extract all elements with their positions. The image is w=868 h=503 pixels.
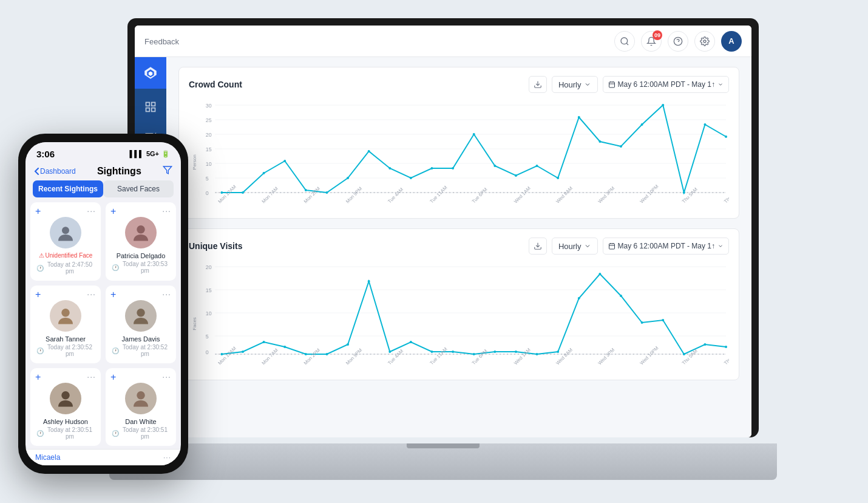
svg-text:Wed 1AM: Wed 1AM: [513, 347, 532, 366]
svg-point-114: [704, 343, 706, 346]
laptop-screen-border: Feedback 09: [127, 18, 759, 437]
sidebar-logo[interactable]: [135, 57, 166, 89]
sighting-name-1: Patricia Delgado: [117, 252, 166, 259]
svg-text:25: 25: [206, 117, 212, 123]
svg-text:Thu 12PM: Thu 12PM: [723, 185, 729, 204]
svg-text:20: 20: [206, 132, 212, 138]
chart2-download-button[interactable]: [529, 238, 547, 255]
more-button-unidentified[interactable]: ···: [87, 206, 96, 216]
avatar-sarah: [50, 300, 81, 332]
sighting-card-patricia[interactable]: + ··· Patricia Delgado 🕐 Today at 2:30:5…: [106, 202, 176, 281]
add-button-patricia[interactable]: +: [110, 206, 116, 217]
tab-saved-faces[interactable]: Saved Faces: [103, 180, 174, 197]
phone-tabs: Recent Sightings Saved Faces: [33, 180, 174, 197]
svg-text:Mon 12AM: Mon 12AM: [217, 184, 237, 205]
add-button-dan[interactable]: +: [110, 372, 116, 383]
more-button-sarah[interactable]: ···: [87, 289, 96, 299]
svg-point-98: [368, 280, 370, 282]
chart1-header: Crowd Count Hourly: [189, 76, 729, 93]
svg-point-101: [431, 351, 433, 353]
svg-point-2: [704, 40, 706, 43]
unique-visits-chart: Unique Visits Hourly: [178, 228, 739, 380]
sighting-name-3: James Davis: [122, 335, 160, 343]
svg-point-45: [410, 177, 412, 179]
svg-point-40: [305, 189, 307, 191]
phone-screen-title: Sightings: [76, 166, 163, 177]
svg-text:Tue 11AM: Tue 11AM: [429, 185, 449, 204]
more-button-james[interactable]: ···: [162, 289, 171, 299]
settings-button[interactable]: [694, 31, 715, 52]
phone-back-button[interactable]: Dashboard: [34, 167, 76, 176]
svg-text:Thu 12PM: Thu 12PM: [723, 346, 729, 366]
svg-point-59: [704, 123, 706, 126]
sighting-time-2: 🕐 Today at 2:30:52 pm: [36, 344, 95, 357]
sighting-card-ashley[interactable]: + ··· Ashley Hudson 🕐 Today at 2:30:51 p…: [30, 368, 101, 446]
sightings-list: + ··· ⚠ Unidentified Face 🕐 Today at 2:4…: [25, 202, 181, 449]
sighting-card-sarah[interactable]: + ··· Sarah Tanner 🕐 Today at 2:30:52 pm: [30, 286, 101, 363]
help-button[interactable]: [668, 31, 688, 52]
svg-point-41: [325, 191, 328, 194]
add-button-sarah[interactable]: +: [35, 289, 41, 300]
sighting-card-dan[interactable]: + ··· Dan White 🕐 Today at 2:30:51 pm: [106, 368, 176, 446]
more-button-ashley[interactable]: ···: [87, 372, 96, 382]
svg-text:Tue 6PM: Tue 6PM: [471, 186, 489, 204]
svg-point-112: [662, 319, 664, 321]
filter-icon[interactable]: [163, 165, 172, 177]
more-button-patricia[interactable]: ···: [162, 206, 171, 216]
unidentified-name: Unidentified Face: [46, 252, 93, 259]
svg-point-135: [137, 391, 145, 400]
svg-text:Mon 9PM: Mon 9PM: [345, 347, 363, 366]
svg-point-109: [598, 273, 601, 275]
phone: 3:06 ▌▌▌ 5G+ 🔋 Dashboard Sightings Recen…: [18, 134, 188, 474]
svg-rect-5: [146, 108, 150, 112]
tab-recent-sightings[interactable]: Recent Sightings: [33, 180, 103, 197]
svg-text:Tue 11AM: Tue 11AM: [429, 346, 449, 366]
laptop: Feedback 09: [127, 18, 771, 480]
phone-status-bar: 3:06 ▌▌▌ 5G+ 🔋: [25, 142, 181, 162]
phone-time: 3:06: [36, 149, 55, 159]
chart1-date-range[interactable]: May 6 12:00AM PDT - May 1↑: [603, 76, 730, 93]
bottom-item-more[interactable]: ···: [163, 453, 171, 462]
chart2-controls: Hourly May 6 12:00AM PDT - May 1↑: [529, 238, 729, 255]
feedback-link[interactable]: Feedback: [144, 37, 179, 46]
svg-point-43: [368, 150, 370, 152]
svg-text:15: 15: [206, 146, 212, 152]
svg-text:Wed 8AM: Wed 8AM: [555, 185, 574, 204]
top-bar-left: Feedback: [144, 36, 614, 47]
phone-status-icons: ▌▌▌ 5G+ 🔋: [130, 150, 171, 158]
svg-text:0: 0: [206, 190, 209, 196]
svg-point-39: [283, 160, 286, 162]
chart2-header: Unique Visits Hourly: [189, 238, 729, 255]
svg-text:Wed 1AM: Wed 1AM: [513, 185, 532, 204]
chart1-interval-dropdown[interactable]: Hourly: [552, 76, 598, 93]
svg-text:Mon 7AM: Mon 7AM: [261, 347, 279, 366]
svg-point-107: [557, 351, 559, 353]
svg-text:Mon 2PM: Mon 2PM: [303, 347, 321, 366]
svg-point-36: [220, 191, 223, 194]
user-avatar-button[interactable]: A: [721, 31, 742, 52]
svg-point-0: [621, 38, 628, 44]
add-button-unidentified[interactable]: +: [35, 206, 41, 217]
sighting-card-unidentified[interactable]: + ··· ⚠ Unidentified Face 🕐 Today at 2:4…: [30, 202, 101, 281]
add-button-james[interactable]: +: [110, 289, 116, 300]
chart2-date-range[interactable]: May 6 12:00AM PDT - May 1↑: [603, 238, 730, 255]
chart2-interval-dropdown[interactable]: Hourly: [552, 238, 598, 255]
notifications-button[interactable]: 09: [641, 31, 662, 52]
sidebar-item-dashboard[interactable]: [137, 94, 164, 120]
svg-point-134: [61, 391, 70, 400]
svg-point-111: [641, 321, 643, 324]
add-button-ashley[interactable]: +: [35, 372, 41, 383]
svg-point-102: [452, 351, 454, 353]
svg-point-132: [61, 309, 70, 317]
phone-bottom-item[interactable]: Micaela ···: [25, 449, 181, 465]
svg-point-96: [325, 353, 328, 355]
chart2-title: Unique Visits: [189, 241, 529, 251]
svg-text:Faces: Faces: [192, 317, 197, 330]
svg-point-53: [578, 116, 580, 118]
avatar-ashley: [50, 383, 81, 414]
chart1-download-button[interactable]: [529, 76, 547, 93]
more-button-dan[interactable]: ···: [162, 372, 171, 382]
svg-point-50: [515, 174, 517, 177]
search-button[interactable]: [614, 31, 635, 52]
sighting-card-james[interactable]: + ··· James Davis 🕐 Today at 2:30:52 pm: [106, 286, 176, 363]
